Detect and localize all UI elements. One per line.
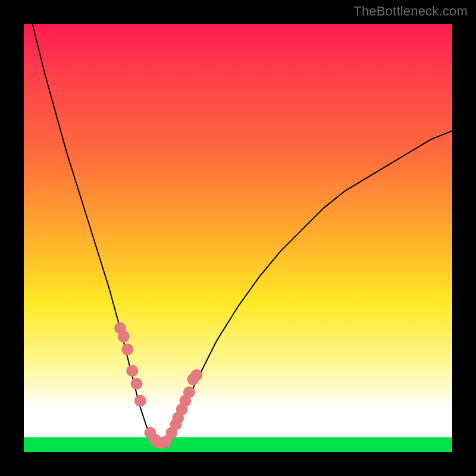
highlight-dot <box>130 378 142 390</box>
highlight-dot <box>118 331 130 343</box>
highlight-dots <box>114 322 202 449</box>
plot-area <box>24 24 452 452</box>
highlight-dot <box>190 369 202 381</box>
highlight-dot <box>121 343 133 355</box>
chart-svg <box>24 24 452 452</box>
curve-path <box>32 24 452 444</box>
highlight-dot <box>134 395 146 407</box>
watermark-text: TheBottleneck.com <box>353 4 468 19</box>
highlight-dot <box>183 386 195 398</box>
highlight-dot <box>126 365 138 377</box>
chart-frame: TheBottleneck.com <box>0 0 476 476</box>
